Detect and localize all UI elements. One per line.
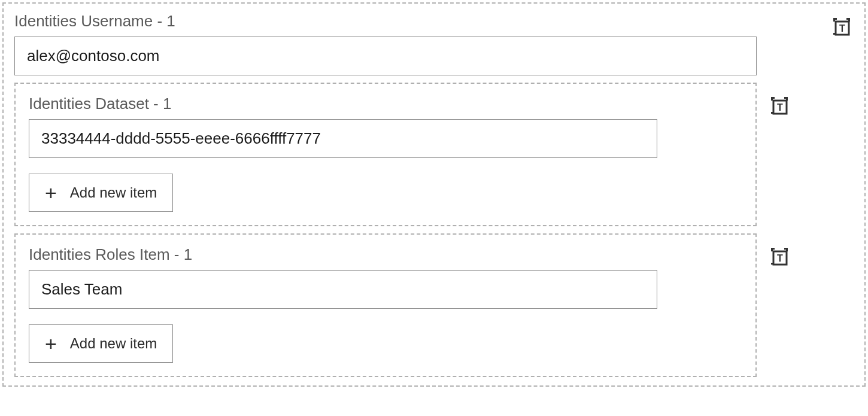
dataset-input[interactable] (29, 119, 657, 158)
token-icon[interactable]: T (767, 93, 791, 120)
svg-text:T: T (777, 253, 783, 263)
roles-section: Identities Roles Item - 1 + Add new item… (14, 233, 854, 377)
identities-container: Identities Username - 1 T Identities Dat… (2, 2, 866, 387)
roles-add-label: Add new item (70, 335, 157, 352)
token-icon[interactable]: T (830, 14, 854, 41)
username-label: Identities Username - 1 (14, 12, 819, 31)
plus-icon: + (45, 333, 57, 354)
roles-add-button[interactable]: + Add new item (29, 324, 173, 363)
token-icon[interactable]: T (767, 244, 791, 271)
username-input[interactable] (14, 37, 757, 75)
username-section: Identities Username - 1 T (14, 12, 854, 75)
dataset-add-label: Add new item (70, 184, 157, 201)
svg-text:T: T (839, 23, 845, 34)
roles-label: Identities Roles Item - 1 (29, 245, 742, 264)
plus-icon: + (45, 183, 57, 203)
dataset-label: Identities Dataset - 1 (29, 95, 742, 113)
dataset-section: Identities Dataset - 1 + Add new item T (14, 83, 854, 226)
svg-text:T: T (777, 102, 783, 113)
roles-input[interactable] (29, 270, 657, 309)
dataset-add-button[interactable]: + Add new item (29, 174, 173, 212)
